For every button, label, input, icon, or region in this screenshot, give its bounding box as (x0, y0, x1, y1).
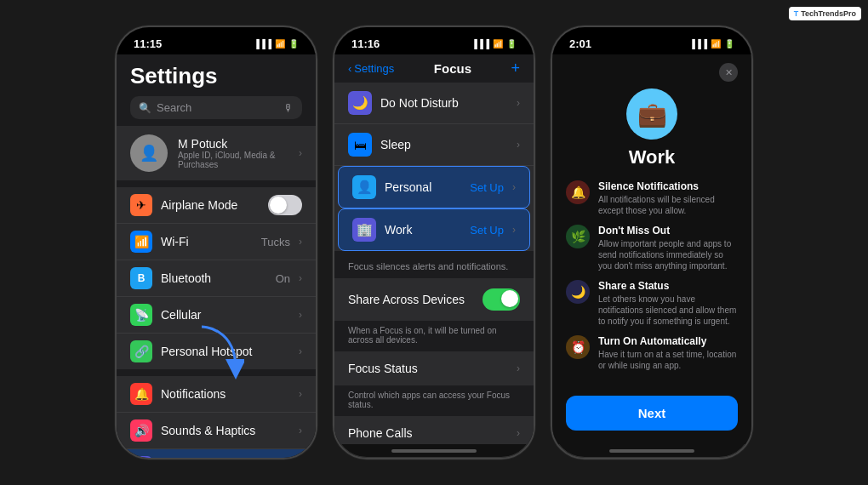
close-button[interactable]: ✕ (719, 63, 738, 82)
auto-icon: ⏰ (566, 335, 590, 359)
focus-nav-title: Focus (434, 61, 471, 76)
missout-text: Don't Miss Out Allow important people an… (598, 225, 738, 271)
wifi-icon: 📶 (275, 39, 285, 48)
profile-subtitle: Apple ID, iCloud, Media & Purchases (178, 151, 288, 169)
share-note: When a Focus is on, it will be turned on… (334, 322, 534, 351)
wifi-icon-2: 📶 (493, 39, 503, 48)
sounds-icon: 🔊 (130, 419, 152, 442)
search-input: Search (157, 101, 278, 114)
focus-status-row[interactable]: Focus Status › (334, 351, 534, 385)
focus-item-dnd[interactable]: 🌙 Do Not Disturb › (334, 83, 534, 124)
sounds-chevron: › (299, 425, 302, 436)
bluetooth-value: On (276, 272, 290, 285)
wifi-chevron: › (299, 236, 302, 248)
phone-calls-row[interactable]: Phone Calls › (334, 416, 534, 444)
back-chevron: ‹ (348, 62, 351, 75)
work-screen: ✕ 💼 Work 🔔 Silence Notifications All not… (552, 54, 751, 444)
airplane-toggle[interactable] (268, 195, 302, 215)
work-title: Work (629, 146, 676, 168)
nav-back-label: Settings (354, 62, 394, 75)
sounds-label: Sounds & Haptics (161, 424, 290, 437)
notifications-icon: 🔔 (130, 383, 152, 405)
signal-icon-2: ▐▐▐ (471, 39, 489, 48)
status-icons-2: ▐▐▐ 📶 🔋 (471, 39, 517, 48)
status-title: Share a Status (598, 280, 738, 292)
airplane-icon: ✈ (130, 194, 152, 216)
hotspot-icon: 🔗 (130, 340, 152, 362)
status-icon: 🌙 (566, 280, 590, 304)
work-label: Work (385, 223, 461, 237)
status-desc: Let others know you have notifications s… (598, 294, 738, 327)
profile-info: M Potuck Apple ID, iCloud, Media & Purch… (178, 137, 288, 169)
bluetooth-icon: B (130, 267, 152, 289)
settings-item-cellular[interactable]: 📡 Cellular › (117, 297, 316, 334)
battery-icon-3: 🔋 (724, 39, 734, 48)
status-text: Share a Status Let others know you have … (598, 280, 738, 327)
hotspot-chevron: › (299, 345, 302, 357)
phone-settings: 11:15 ▐▐▐ 📶 🔋 Settings 🔍 Search 🎙 👤 M Po… (115, 26, 317, 459)
focus-item-personal[interactable]: 👤 Personal Set Up › (338, 166, 530, 208)
personal-setup[interactable]: Set Up (470, 181, 504, 194)
focus-item-sleep[interactable]: 🛏 Sleep › (334, 124, 534, 166)
phone-work-intro: 2:01 ▐▐▐ 📶 🔋 ✕ 💼 Work 🔔 Silence Notifica… (551, 26, 753, 459)
signal-icon: ▐▐▐ (254, 39, 271, 48)
silence-desc: All notifications will be silenced excep… (598, 194, 738, 216)
sleep-label: Sleep (380, 138, 508, 151)
wifi-value: Tucks (261, 236, 290, 248)
share-devices-row[interactable]: Share Across Devices (334, 278, 534, 321)
notif-chevron: › (299, 388, 302, 400)
missout-title: Don't Miss Out (598, 225, 738, 237)
settings-title: Settings (117, 54, 316, 96)
watermark-text: TechTrendsPro (801, 9, 856, 18)
status-bar-1: 11:15 ▐▐▐ 📶 🔋 (117, 27, 316, 54)
focus-item-work[interactable]: 🏢 Work Set Up › (338, 208, 530, 251)
feature-item-status: 🌙 Share a Status Let others know you hav… (566, 280, 738, 327)
share-label: Share Across Devices (348, 293, 483, 306)
feature-list: 🔔 Silence Notifications All notification… (566, 180, 738, 387)
profile-name: M Potuck (178, 137, 288, 151)
settings-item-wifi[interactable]: 📶 Wi-Fi Tucks › (117, 224, 316, 260)
settings-item-bluetooth[interactable]: B Bluetooth On › (117, 260, 316, 297)
settings-item-notifications[interactable]: 🔔 Notifications › (117, 376, 316, 413)
search-icon: 🔍 (139, 102, 151, 114)
focus-nav-bar: ‹ Settings Focus + (334, 54, 534, 83)
dnd-icon: 🌙 (348, 91, 372, 115)
silence-text: Silence Notifications All notifications … (598, 180, 738, 216)
profile-row[interactable]: 👤 M Potuck Apple ID, iCloud, Media & Pur… (117, 126, 316, 180)
focus-note: Focus silences alerts and notifications. (334, 258, 534, 278)
nav-back-button[interactable]: ‹ Settings (348, 62, 394, 75)
status-bar-3: 2:01 ▐▐▐ 📶 🔋 (552, 27, 751, 54)
phone-calls-chevron: › (517, 427, 520, 439)
bluetooth-label: Bluetooth (161, 271, 267, 285)
work-icon: 🏢 (352, 218, 376, 242)
settings-group-connectivity: ✈ Airplane Mode 📶 Wi-Fi Tucks › B Blueto… (117, 187, 316, 369)
sleep-chevron: › (517, 139, 520, 151)
wifi-icon-3: 📶 (711, 39, 721, 48)
battery-icon: 🔋 (288, 39, 299, 48)
settings-item-airplane[interactable]: ✈ Airplane Mode (117, 187, 316, 224)
missout-desc: Allow important people and apps to send … (598, 238, 738, 271)
auto-title: Turn On Automatically (598, 335, 738, 347)
settings-item-sounds[interactable]: 🔊 Sounds & Haptics › (117, 413, 316, 449)
focus-list: 🌙 Do Not Disturb › 🛏 Sleep › 👤 Personal … (334, 83, 534, 251)
next-button[interactable]: Next (566, 396, 738, 431)
mic-icon: 🎙 (283, 102, 294, 114)
close-icon: ✕ (725, 67, 733, 78)
status-icons-3: ▐▐▐ 📶 🔋 (689, 39, 734, 48)
search-bar[interactable]: 🔍 Search 🎙 (130, 96, 302, 119)
settings-item-focus[interactable]: 🌙 Focus › (117, 449, 316, 458)
share-toggle[interactable] (483, 288, 520, 311)
work-setup[interactable]: Set Up (470, 224, 504, 237)
focus-status-chevron: › (517, 362, 520, 374)
watermark-letter: T (794, 9, 799, 18)
personal-label: Personal (385, 180, 461, 194)
wifi-label: Wi-Fi (161, 235, 253, 248)
status-time-1: 11:15 (134, 37, 162, 50)
status-time-2: 11:16 (351, 37, 380, 50)
settings-item-hotspot[interactable]: 🔗 Personal Hotspot › (117, 334, 316, 369)
home-indicator-2 (391, 449, 477, 453)
watermark: T TechTrendsPro (789, 7, 861, 20)
focus-add-button[interactable]: + (511, 60, 520, 77)
focus-status-label: Focus Status (348, 362, 517, 375)
status-bar-2: 11:16 ▐▐▐ 📶 🔋 (334, 27, 534, 54)
